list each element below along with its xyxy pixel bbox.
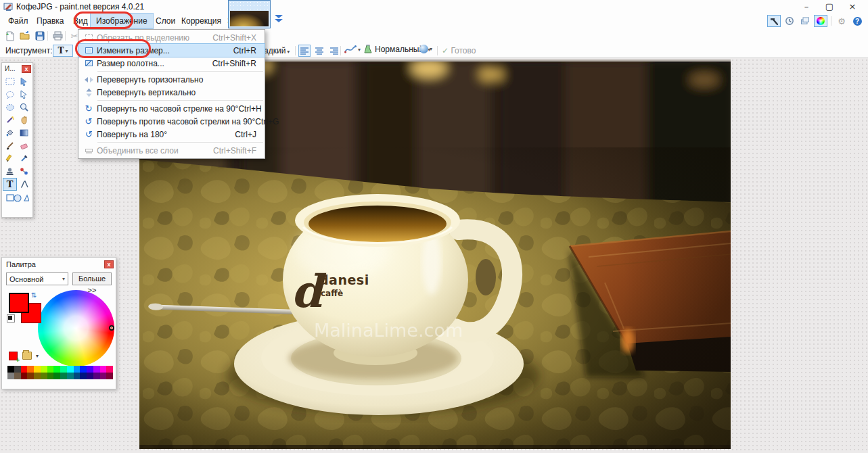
tool-line-curve[interactable] [17, 178, 31, 191]
palette-manager-caret[interactable]: ▾ [36, 353, 39, 359]
color-wheel-selector[interactable] [109, 325, 114, 331]
history-window-icon[interactable] [783, 15, 796, 27]
tool-recolor[interactable] [17, 165, 31, 178]
close-button[interactable]: × [841, 0, 864, 14]
color-swatch[interactable] [47, 373, 54, 379]
open-file-button[interactable] [19, 30, 31, 42]
menu-item-flip-vertical[interactable]: Перевернуть вертикально [78, 86, 265, 99]
menu-item-crop-to-selection[interactable]: Обрезать по выделению Ctrl+Shift+X [78, 31, 265, 44]
color-wheel[interactable] [38, 290, 114, 366]
image-list-chevron-icon[interactable] [273, 15, 284, 23]
add-color-button[interactable] [9, 352, 18, 360]
color-swatch[interactable] [53, 373, 60, 379]
document-tab[interactable] [228, 0, 271, 28]
menu-file[interactable]: Файл [3, 14, 34, 28]
antialias-dropdown[interactable]: ▾ [419, 45, 432, 53]
tool-lasso-select[interactable] [3, 88, 17, 101]
color-swatch[interactable] [93, 366, 100, 373]
tool-move-selected-pixels[interactable] [17, 75, 31, 88]
color-swatch[interactable] [7, 366, 14, 373]
tool-color-picker[interactable] [17, 152, 31, 165]
color-swatch[interactable] [106, 373, 113, 379]
color-swatch[interactable] [93, 373, 100, 379]
color-swatch[interactable] [7, 373, 14, 379]
finish-button[interactable]: ✓ Готово [442, 43, 476, 58]
tool-text[interactable]: T [3, 178, 17, 191]
menu-item-resize[interactable]: Изменить размер... Ctrl+R [78, 44, 265, 57]
new-file-button[interactable]: + [4, 30, 16, 42]
tool-pencil[interactable] [3, 152, 17, 165]
tools-close-icon[interactable]: x [22, 65, 31, 73]
menu-item-flatten[interactable]: Объединить все слои Ctrl+Shift+F [78, 144, 265, 157]
print-button[interactable] [51, 30, 64, 42]
palette-mode-dropdown[interactable]: Основной▾ [6, 272, 68, 285]
align-center-button[interactable] [313, 45, 325, 57]
color-swatch[interactable] [87, 373, 93, 379]
tool-clone-stamp[interactable] [3, 165, 17, 178]
colors-window-icon[interactable] [814, 15, 827, 27]
tools-window-icon[interactable] [767, 15, 781, 27]
color-swatch[interactable] [74, 366, 81, 373]
palette-window-header[interactable]: Палитра x [2, 258, 116, 270]
tool-paintbrush[interactable] [3, 139, 17, 152]
menu-edit[interactable]: Правка [31, 14, 70, 28]
color-swatch[interactable] [87, 366, 93, 373]
color-swatch[interactable] [27, 366, 34, 373]
tool-paint-bucket[interactable] [3, 126, 17, 139]
color-swatch[interactable] [14, 366, 21, 373]
tool-magic-wand[interactable] [3, 114, 17, 126]
tool-eraser[interactable] [17, 139, 31, 152]
color-swatch[interactable] [74, 373, 81, 379]
tool-gradient[interactable] [17, 126, 31, 139]
color-swatch[interactable] [100, 366, 107, 373]
color-swatch[interactable] [53, 366, 60, 373]
color-swatch[interactable] [67, 366, 74, 373]
swap-colors-icon[interactable]: ⇅ [31, 291, 37, 299]
menu-item-flip-horizontal[interactable]: Перевернуть горизонтально [78, 73, 265, 86]
color-swatch[interactable] [21, 366, 28, 373]
menu-image[interactable]: Изображение [91, 14, 153, 28]
color-swatch[interactable] [60, 373, 67, 379]
color-swatch[interactable] [21, 373, 28, 379]
help-icon[interactable]: ? [850, 15, 864, 27]
palette-close-icon[interactable]: x [104, 260, 114, 268]
tool-ellipse-select[interactable] [3, 101, 17, 114]
color-swatch[interactable] [60, 366, 67, 373]
color-swatch[interactable] [106, 366, 113, 373]
align-right-button[interactable] [328, 45, 340, 57]
current-tool-dropdown[interactable]: T ▾ [53, 45, 73, 57]
color-swatch[interactable] [41, 366, 47, 373]
tool-shapes[interactable] [3, 191, 32, 205]
color-swatch[interactable] [34, 366, 41, 373]
menu-view[interactable]: Вид [68, 14, 93, 28]
save-file-button[interactable] [34, 30, 46, 42]
menu-item-rotate-180[interactable]: ↻ Повернуть на 180° Ctrl+J [78, 128, 265, 141]
render-mode-dropdown[interactable]: ▾ [344, 45, 361, 54]
color-swatch[interactable] [80, 366, 87, 373]
tool-zoom[interactable] [17, 101, 31, 114]
menu-adjustments[interactable]: Коррекция [176, 14, 227, 28]
color-swatch[interactable] [67, 373, 74, 379]
settings-icon[interactable]: ⚙ [835, 15, 848, 27]
color-swatch[interactable] [47, 366, 54, 373]
smoothing-dropdown-partial[interactable]: адкий▾ [264, 43, 290, 58]
tool-move-selection[interactable] [17, 88, 31, 101]
layers-window-icon[interactable] [798, 15, 812, 27]
palette-more-button[interactable]: Больше >> [72, 272, 112, 285]
color-swatch[interactable] [27, 373, 34, 379]
menu-item-rotate-ccw[interactable]: ↺ Повернуть против часовой стрелки на 90… [78, 115, 265, 128]
menu-item-rotate-cw[interactable]: ↻ Повернуть по часовой стрелке на 90° Ct… [78, 102, 265, 115]
primary-color-swatch[interactable] [9, 293, 29, 313]
palette-manager-icon[interactable] [22, 352, 32, 360]
menu-item-canvas-size[interactable]: Размер полотна... Ctrl+Shift+R [78, 57, 265, 70]
reset-colors-icon[interactable] [7, 314, 15, 323]
color-swatch[interactable] [14, 373, 21, 379]
restore-button[interactable]: ▢ [818, 0, 841, 14]
align-left-button[interactable] [298, 45, 311, 57]
color-swatch[interactable] [41, 373, 47, 379]
color-swatch[interactable] [100, 373, 107, 379]
tool-rectangle-select[interactable] [3, 75, 17, 88]
minimize-button[interactable]: – [795, 0, 818, 14]
color-swatch[interactable] [34, 373, 41, 379]
color-swatch[interactable] [80, 373, 87, 379]
